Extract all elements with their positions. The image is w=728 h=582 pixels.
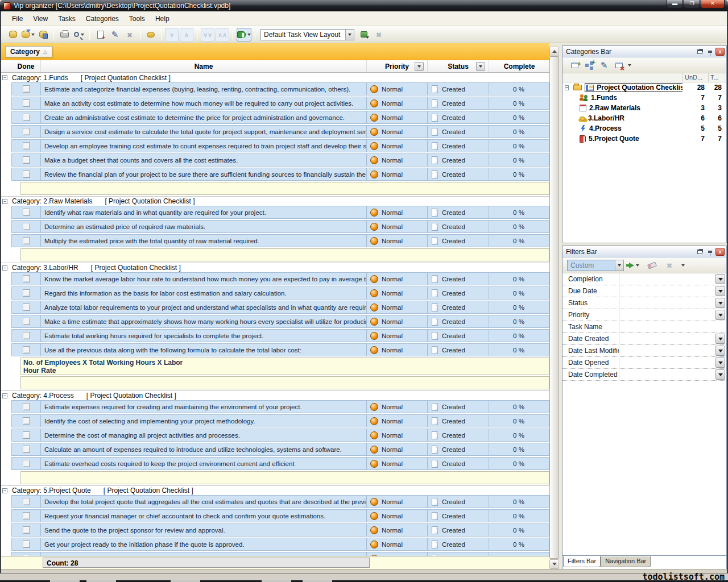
delete-category-button[interactable] bbox=[612, 59, 626, 72]
filter-dropdown-button[interactable] bbox=[715, 357, 725, 368]
task-checkbox[interactable] bbox=[23, 304, 30, 311]
task-row[interactable]: Review the financial plan of your projec… bbox=[11, 168, 549, 181]
task-row[interactable]: Develop an employee training cost estima… bbox=[11, 139, 549, 152]
new-task-button[interactable] bbox=[93, 28, 107, 41]
task-checkbox[interactable] bbox=[23, 346, 30, 354]
group-header[interactable]: −Category: 5.Project Quote[ Project Quot… bbox=[0, 485, 549, 495]
task-row[interactable]: Determine the cost of managing all proje… bbox=[11, 429, 549, 442]
task-row[interactable]: Estimate expenses required for creating … bbox=[11, 400, 549, 413]
collapse-tree-icon[interactable]: − bbox=[565, 85, 569, 90]
print-preview-button[interactable] bbox=[72, 28, 86, 41]
filter-dropdown-button[interactable] bbox=[715, 274, 725, 284]
task-row[interactable]: Make an activity cost estimate to determ… bbox=[11, 97, 549, 110]
menu-tasks[interactable]: Tasks bbox=[53, 13, 81, 25]
menu-file[interactable]: File bbox=[7, 13, 28, 25]
task-row[interactable]: Estimate total working hours required fo… bbox=[11, 329, 549, 342]
task-row[interactable]: Develop the total project quote that agg… bbox=[11, 495, 549, 508]
task-checkbox[interactable] bbox=[23, 289, 30, 297]
menu-view[interactable]: View bbox=[28, 13, 53, 25]
task-checkbox[interactable] bbox=[23, 156, 30, 164]
status-filter-dropdown[interactable] bbox=[476, 62, 485, 71]
filter-value-field[interactable] bbox=[619, 345, 726, 357]
scrollbar-thumb[interactable] bbox=[549, 56, 559, 559]
task-row[interactable]: Know the market average labor hour rate … bbox=[11, 272, 549, 285]
task-checkbox[interactable] bbox=[23, 85, 30, 93]
column-header-complete[interactable]: Complete bbox=[489, 60, 549, 72]
filter-value-field[interactable] bbox=[619, 285, 726, 297]
categories-button[interactable] bbox=[144, 28, 158, 41]
task-row[interactable]: Request your financial manager or chief … bbox=[11, 509, 549, 522]
task-row[interactable]: Regard this information as the basis for… bbox=[11, 286, 549, 300]
task-view-layout-button[interactable] bbox=[237, 28, 251, 41]
menu-help[interactable]: Help bbox=[150, 13, 175, 25]
task-row[interactable]: Make a time estimate that approximately … bbox=[11, 315, 549, 328]
task-checkbox[interactable] bbox=[23, 332, 30, 339]
task-row[interactable]: Identify the cost of selecting and imple… bbox=[11, 414, 549, 427]
task-checkbox[interactable] bbox=[23, 171, 30, 178]
dropdown-arrow-icon[interactable] bbox=[247, 34, 251, 36]
filter-value-field[interactable] bbox=[619, 273, 726, 285]
category-tree-item[interactable]: 5.Project Quote77 bbox=[562, 134, 726, 144]
manage-layouts-button[interactable] bbox=[357, 28, 371, 41]
toolbar-overflow-icon[interactable] bbox=[628, 64, 631, 66]
task-checkbox[interactable] bbox=[23, 498, 30, 505]
column-header-status[interactable]: Status bbox=[428, 60, 489, 72]
close-panel-icon[interactable]: x bbox=[715, 248, 725, 256]
group-header[interactable]: −Category: 3.Labor/HR[ Project Quotation… bbox=[0, 263, 549, 272]
close-button[interactable]: ✕ bbox=[701, 0, 725, 9]
task-row[interactable]: Identify what raw materials and in what … bbox=[11, 206, 549, 219]
toolbar-overflow-icon[interactable] bbox=[681, 264, 685, 267]
restore-button[interactable]: ❐ bbox=[684, 0, 700, 9]
priority-filter-dropdown[interactable] bbox=[415, 62, 424, 71]
column-header-priority[interactable]: Priority bbox=[367, 60, 428, 72]
new-subcategory-button[interactable] bbox=[582, 59, 596, 72]
close-panel-icon[interactable]: x bbox=[715, 48, 725, 56]
task-checkbox[interactable] bbox=[23, 446, 30, 453]
restore-panel-icon[interactable] bbox=[695, 248, 704, 256]
filter-preset-dropdown-icon[interactable] bbox=[615, 260, 623, 271]
task-list-scrollbar[interactable] bbox=[549, 47, 559, 569]
task-checkbox[interactable] bbox=[23, 403, 30, 410]
task-row[interactable]: Determine an estimated price of required… bbox=[11, 220, 549, 233]
collapse-group-icon[interactable]: − bbox=[2, 488, 7, 493]
task-checkbox[interactable] bbox=[23, 114, 30, 121]
category-tree-item[interactable]: 1.Funds77 bbox=[562, 93, 726, 103]
tab-navigation-bar[interactable]: Navigation Bar bbox=[601, 556, 651, 567]
task-checkbox[interactable] bbox=[23, 142, 30, 149]
filter-value-field[interactable] bbox=[619, 357, 726, 369]
task-checkbox[interactable] bbox=[23, 99, 30, 107]
scroll-up-button[interactable] bbox=[549, 47, 559, 56]
group-header[interactable]: −Category: 2.Raw Materials[ Project Quot… bbox=[0, 196, 549, 206]
total-column-header[interactable]: T... bbox=[708, 73, 726, 82]
dropdown-arrow-icon[interactable] bbox=[81, 34, 84, 36]
filter-value-field[interactable] bbox=[619, 369, 726, 381]
task-row[interactable]: Use all the previous data along with the… bbox=[11, 343, 549, 356]
save-database-button[interactable] bbox=[36, 28, 50, 41]
collapse-group-icon[interactable]: − bbox=[2, 393, 7, 398]
category-tree-item[interactable]: −Project Quotation Checklist2828 bbox=[562, 82, 726, 93]
tab-filters-bar[interactable]: Filters Bar bbox=[563, 556, 601, 567]
task-row[interactable]: Estimate overhead costs required to keep… bbox=[11, 457, 549, 470]
task-row[interactable]: Create an administrative cost estimate t… bbox=[11, 111, 549, 124]
task-checkbox[interactable] bbox=[23, 223, 30, 230]
task-checkbox[interactable] bbox=[23, 431, 30, 439]
group-header[interactable]: −Category: 1.Funds[ Project Quotation Ch… bbox=[0, 73, 549, 82]
category-tree-item[interactable]: 2.Raw Materials33 bbox=[562, 103, 726, 113]
apply-filter-button[interactable] bbox=[627, 259, 641, 272]
dropdown-arrow-icon[interactable] bbox=[636, 264, 639, 267]
collapse-group-icon[interactable]: − bbox=[2, 199, 7, 204]
dropdown-arrow-icon[interactable] bbox=[31, 34, 35, 36]
task-row[interactable]: Multiply the estimated price with the to… bbox=[11, 234, 549, 247]
task-row[interactable]: Calculate an amount of expenses required… bbox=[11, 443, 549, 456]
task-row[interactable]: Receive and analyze the sponsor's recomm… bbox=[11, 552, 549, 556]
task-checkbox[interactable] bbox=[23, 128, 30, 135]
task-row[interactable]: Estimate and categorize financial expens… bbox=[11, 82, 549, 95]
task-row[interactable]: Send the quote to the project sponsor fo… bbox=[11, 523, 549, 537]
task-view-layout-combo[interactable]: Default Task View Layout bbox=[260, 29, 354, 40]
filter-value-field[interactable] bbox=[619, 297, 726, 309]
filter-dropdown-button[interactable] bbox=[715, 346, 725, 356]
task-checkbox[interactable] bbox=[23, 541, 30, 548]
filter-dropdown-button[interactable] bbox=[715, 286, 725, 296]
menu-tools[interactable]: Tools bbox=[124, 13, 150, 25]
task-row[interactable]: Design a service cost estimate to calcul… bbox=[11, 125, 549, 138]
